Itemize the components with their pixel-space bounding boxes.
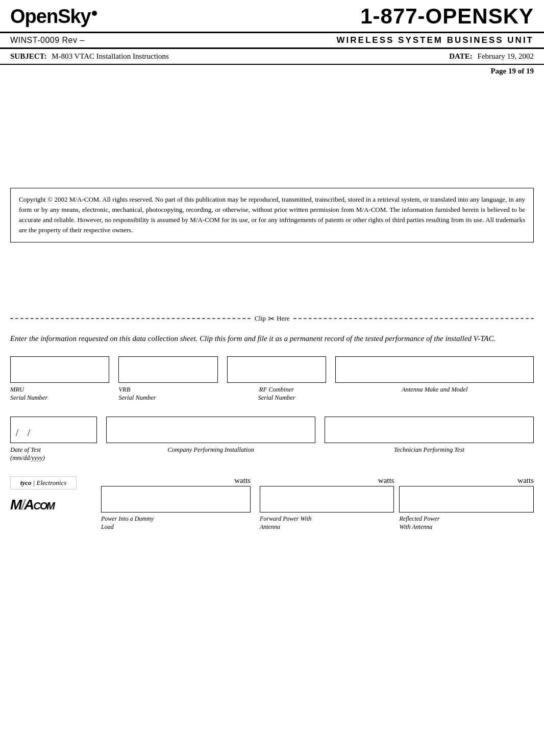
subtitle-row: WINST-0009 Rev – WIRELESS SYSTEM BUSINES…: [0, 33, 544, 49]
page-number: Page 19 of 19: [490, 67, 534, 75]
copyright-box: Copyright © 2002 M/A-COM. All rights res…: [10, 188, 534, 242]
date-field: / / Date of Test (mm/dd/yyyy): [10, 417, 97, 462]
tyco-text: tyco: [20, 479, 32, 486]
mru-input[interactable]: [10, 356, 109, 383]
antenna-label: Antenna Make and Model: [335, 385, 534, 394]
company-input[interactable]: [106, 417, 315, 443]
dummy-load-label: Power Into a Dummy Load: [101, 515, 251, 531]
vrb-field: VRB Serial Number: [118, 356, 217, 402]
company-label-text: Company Performing Installation: [106, 446, 315, 454]
watts1-label: watts: [101, 476, 251, 485]
tyco-logo-text: tyco | Electronics: [20, 479, 66, 486]
date-slash2: /: [28, 428, 30, 438]
technician-label-text: Technician Performing Test: [325, 446, 534, 454]
date-slash1: /: [16, 428, 18, 438]
m-slash-text: M/ACOM: [10, 497, 54, 513]
rf-combiner-label: RF Combiner Serial Number: [227, 385, 326, 402]
date-label: DATE:: [449, 52, 473, 60]
reflected-power-input[interactable]: [399, 486, 534, 513]
dummy-load-group: watts Power Into a Dummy Load: [101, 476, 251, 531]
subject-label: SUBJECT:: [10, 52, 46, 60]
logo-opensky: OpenSky: [10, 6, 97, 28]
logo-sky-text: Sky: [58, 6, 91, 27]
rf-combiner-input[interactable]: [227, 356, 326, 383]
subject-value: M-803 VTAC Installation Instructions: [52, 52, 169, 60]
mru-field: MRU Serial Number: [10, 356, 109, 402]
antenna-field: Antenna Make and Model: [335, 356, 534, 402]
pipe-separator: |: [33, 479, 37, 486]
macom-logo: M/ACOM: [10, 497, 77, 513]
vrb-label: VRB Serial Number: [118, 385, 217, 402]
watts2-label: watts: [260, 476, 394, 485]
clip-text: Clip: [255, 314, 266, 323]
clip-line-row: Clip ✂ Here: [10, 314, 534, 324]
watts3-label: watts: [399, 476, 534, 485]
watts1-text: watts: [234, 476, 251, 485]
vrb-input[interactable]: [118, 356, 217, 383]
wireless-label: WIRELESS SYSTEM BUSINESS UNIT: [337, 35, 534, 45]
instruction-text: Enter the information requested on this …: [10, 334, 496, 343]
winst-label: WINST-0009 Rev –: [10, 36, 85, 45]
antenna-power-group: watts Forward Power With Antenna watts R…: [260, 476, 534, 531]
rf-combiner-field: RF Combiner Serial Number: [227, 356, 326, 402]
dummy-load-input[interactable]: [101, 486, 251, 513]
forward-power-col: watts Forward Power With Antenna: [260, 476, 394, 531]
clip-dashes-right: [293, 318, 534, 319]
subject-text: SUBJECT: M-803 VTAC Installation Instruc…: [10, 52, 169, 61]
clip-section: Clip ✂ Here: [0, 314, 544, 324]
watts3-text: watts: [517, 476, 534, 485]
technician-input[interactable]: [325, 417, 534, 443]
dummy-load-field: watts Power Into a Dummy Load: [101, 476, 251, 531]
antenna-input[interactable]: [335, 356, 534, 383]
logo-open-text: Open: [10, 6, 58, 27]
form-row-2: / / Date of Test (mm/dd/yyyy) Company Pe…: [10, 417, 534, 462]
clip-label: Clip ✂ Here: [255, 314, 290, 324]
form-row-1: MRU Serial Number VRB Serial Number RF C…: [10, 356, 534, 402]
form-section: MRU Serial Number VRB Serial Number RF C…: [0, 344, 544, 462]
technician-field: Technician Performing Test: [325, 417, 534, 462]
logo-bottom: tyco | Electronics M/ACOM: [10, 476, 92, 513]
logo-dot-icon: [92, 11, 97, 16]
date-label-text: Date of Test (mm/dd/yyyy): [10, 446, 97, 462]
clip-instruction: Enter the information requested on this …: [0, 333, 544, 345]
electronics-text: Electronics: [37, 479, 67, 486]
scissors-icon: ✂: [268, 314, 275, 324]
mru-label: MRU Serial Number: [10, 385, 109, 402]
date-value: February 19, 2002: [478, 52, 534, 60]
subject-row: SUBJECT: M-803 VTAC Installation Instruc…: [0, 49, 544, 65]
header: OpenSky 1-877-OPENSKY: [0, 0, 544, 33]
watts2-text: watts: [378, 476, 394, 485]
phone-number: 1-877-OPENSKY: [360, 4, 534, 29]
tyco-logo: tyco | Electronics: [10, 476, 77, 490]
forward-power-input[interactable]: [260, 486, 394, 513]
company-field: Company Performing Installation: [106, 417, 315, 462]
reflected-power-label: Reflected Power With Antenna: [399, 515, 534, 531]
date-input[interactable]: / /: [10, 417, 97, 443]
bottom-row: tyco | Electronics M/ACOM watts Power In…: [0, 476, 544, 546]
logo-area: OpenSky: [10, 6, 97, 28]
date-text: DATE: February 19, 2002: [449, 52, 534, 61]
forward-power-label: Forward Power With Antenna: [260, 515, 394, 531]
copyright-section: Copyright © 2002 M/A-COM. All rights res…: [0, 178, 544, 242]
clip-dashes-left: [10, 318, 251, 319]
here-text: Here: [277, 314, 289, 323]
copyright-text: Copyright © 2002 M/A-COM. All rights res…: [19, 196, 525, 234]
page-indicator: Page 19 of 19: [0, 65, 544, 76]
antenna-power-inner: watts Forward Power With Antenna watts R…: [260, 476, 534, 531]
reflected-power-col: watts Reflected Power With Antenna: [399, 476, 534, 531]
